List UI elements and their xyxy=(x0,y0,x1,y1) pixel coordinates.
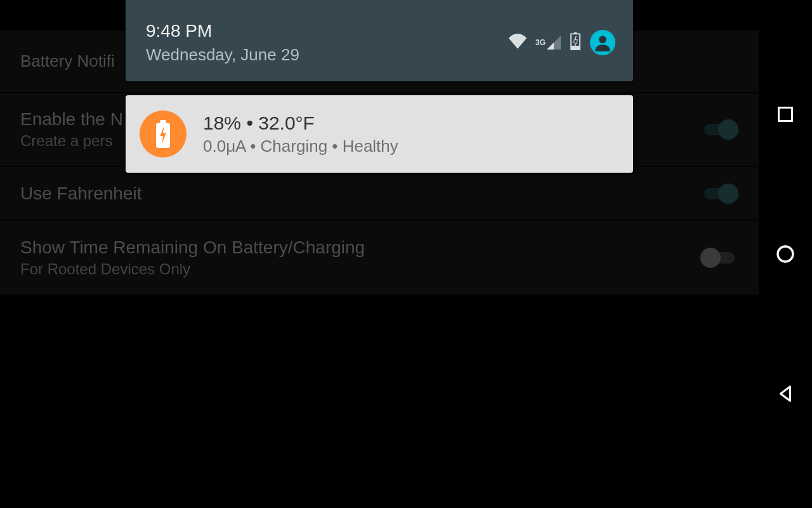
setting-row-time-remaining[interactable]: Show Time Remaining On Battery/Charging … xyxy=(0,221,759,295)
toggle-fahrenheit[interactable] xyxy=(700,186,738,201)
battery-notification-card[interactable]: 18% • 32.0°F 0.0μA • Charging • Healthy xyxy=(126,95,633,173)
recent-apps-button[interactable] xyxy=(773,102,798,127)
toggle-enable-notification[interactable] xyxy=(700,122,738,137)
notification-shade[interactable]: 9:48 PM Wednesday, June 29 3G xyxy=(126,0,633,173)
cellular-icon: 3G xyxy=(535,36,561,50)
battery-icon xyxy=(140,110,187,157)
signal-type-label: 3G xyxy=(535,38,546,47)
shade-time: 9:48 PM xyxy=(146,21,299,41)
user-avatar-icon[interactable] xyxy=(590,30,615,55)
svg-rect-4 xyxy=(160,120,166,123)
toggle-thumb xyxy=(718,119,738,140)
setting-subtitle: Create a pers xyxy=(20,132,123,150)
setting-title: Use Fahrenheit xyxy=(20,184,141,204)
status-icons: 3G xyxy=(509,30,615,55)
toggle-thumb xyxy=(700,248,721,268)
setting-text: Show Time Remaining On Battery/Charging … xyxy=(20,237,365,278)
setting-row-fahrenheit[interactable]: Use Fahrenheit xyxy=(0,167,759,221)
setting-subtitle: For Rooted Devices Only xyxy=(20,260,365,278)
svg-rect-2 xyxy=(571,46,580,50)
notification-subtitle: 0.0μA • Charging • Healthy xyxy=(203,137,398,156)
notification-title: 18% • 32.0°F xyxy=(203,112,398,134)
setting-text: Use Fahrenheit xyxy=(20,184,141,204)
shade-time-block: 9:48 PM Wednesday, June 29 xyxy=(146,21,299,65)
back-button[interactable] xyxy=(773,381,798,406)
wifi-icon xyxy=(509,34,527,51)
settings-header-title: Battery Notifi xyxy=(20,51,115,71)
toggle-time-remaining[interactable] xyxy=(700,250,738,265)
shade-header[interactable]: 9:48 PM Wednesday, June 29 3G xyxy=(126,0,633,81)
home-button[interactable] xyxy=(773,241,798,267)
battery-charging-icon xyxy=(570,32,581,53)
shade-date: Wednesday, June 29 xyxy=(146,45,299,65)
setting-title: Show Time Remaining On Battery/Charging xyxy=(20,237,365,258)
setting-title: Enable the N xyxy=(20,109,123,130)
svg-point-7 xyxy=(778,246,793,262)
setting-text: Enable the N Create a pers xyxy=(20,109,123,150)
toggle-thumb xyxy=(718,184,738,204)
notification-text: 18% • 32.0°F 0.0μA • Charging • Healthy xyxy=(203,112,398,156)
svg-point-3 xyxy=(599,36,606,44)
svg-rect-6 xyxy=(779,108,792,121)
system-navbar xyxy=(759,0,812,508)
